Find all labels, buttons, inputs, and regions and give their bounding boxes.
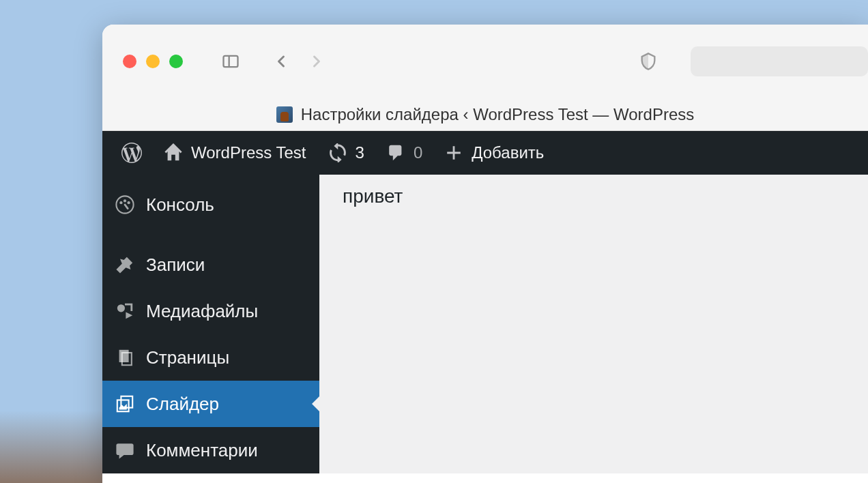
comment-icon [115,440,135,460]
shield-icon [639,52,658,71]
home-icon [164,143,183,162]
add-new-menu[interactable]: Добавить [433,131,555,175]
menu-item-comments[interactable]: Комментарии [102,427,319,473]
url-bar[interactable] [691,46,868,76]
main-content: привет [319,175,868,473]
svg-point-3 [119,201,122,204]
pages-icon [115,347,135,368]
svg-rect-7 [119,350,129,362]
wordpress-logo-icon [121,143,142,163]
comments-menu[interactable]: 0 [375,131,433,175]
back-button[interactable] [266,49,296,74]
chevron-left-icon [272,52,291,71]
content-text: привет [343,186,403,207]
privacy-shield-button[interactable] [633,49,663,74]
comment-icon [386,143,405,162]
chevron-right-icon [307,52,326,71]
plus-icon [444,143,463,162]
menu-item-media[interactable]: Медиафайлы [102,288,319,334]
site-name-label: WordPress Test [191,143,306,162]
wp-content: Консоль Записи Медиафайлы [102,175,868,473]
menu-label: Страницы [146,347,229,368]
nav-arrows [266,49,332,74]
site-name-menu[interactable]: WordPress Test [153,131,317,175]
admin-bar: WordPress Test 3 0 Добавить [102,131,868,175]
browser-toolbar [102,25,868,98]
tab-title: Настройки слайдера ‹ WordPress Test — Wo… [301,105,695,124]
media-icon [115,301,135,321]
wp-admin: WordPress Test 3 0 Добавить [102,131,868,473]
menu-separator [102,228,319,241]
forward-button[interactable] [302,49,332,74]
maximize-window-button[interactable] [169,55,183,68]
minimize-window-button[interactable] [146,55,160,68]
comments-count: 0 [414,143,422,162]
wp-logo-menu[interactable] [111,131,153,175]
svg-point-5 [128,201,130,204]
menu-label: Комментарии [146,440,258,461]
browser-window: Настройки слайдера ‹ WordPress Test — Wo… [102,25,868,483]
update-icon [328,143,347,162]
menu-item-posts[interactable]: Записи [102,241,319,288]
svg-point-4 [124,199,126,202]
pin-icon [115,254,135,275]
menu-item-dashboard[interactable]: Консоль [102,181,319,228]
sidebar-toggle-button[interactable] [216,49,246,74]
updates-menu[interactable]: 3 [317,131,375,175]
svg-point-6 [117,304,125,312]
menu-item-pages[interactable]: Страницы [102,334,319,381]
window-controls [123,55,183,68]
menu-label: Консоль [146,194,214,216]
gallery-icon [115,394,135,414]
tab-strip: Настройки слайдера ‹ WordPress Test — Wo… [102,98,868,131]
favicon [276,106,293,123]
menu-label: Записи [146,254,205,276]
admin-sidebar: Консоль Записи Медиафайлы [102,175,319,473]
menu-label: Медиафайлы [146,301,258,322]
dashboard-icon [115,194,135,215]
menu-label: Слайдер [146,394,219,415]
close-window-button[interactable] [123,55,136,68]
add-new-label: Добавить [472,143,544,162]
svg-rect-0 [224,56,238,67]
updates-count: 3 [356,143,364,162]
sidebar-icon [221,52,240,71]
menu-item-slider[interactable]: Слайдер [102,381,319,427]
